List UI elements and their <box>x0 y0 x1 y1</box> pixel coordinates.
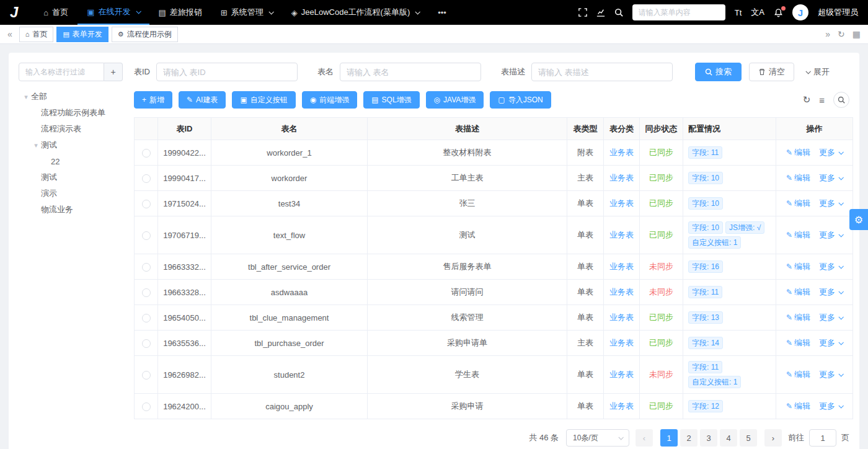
edit-button[interactable]: ✎编辑 <box>786 229 810 241</box>
category-link[interactable]: 业务表 <box>609 262 634 271</box>
search-icon[interactable] <box>614 8 623 17</box>
tree-node-5[interactable]: 测试 <box>19 169 123 185</box>
tree-node-3[interactable]: ▾测试 <box>19 137 123 153</box>
page-button-1[interactable]: 1 <box>660 429 678 447</box>
toolbar-button-2[interactable]: ▣自定义按钮 <box>232 91 295 109</box>
config-badge[interactable]: 字段: 12 <box>688 400 723 412</box>
edit-button[interactable]: ✎编辑 <box>786 312 810 323</box>
toolbar-button-5[interactable]: ◎JAVA增强 <box>426 91 484 109</box>
edit-button[interactable]: ✎编辑 <box>786 198 810 209</box>
nav-item-3[interactable]: ⊞系统管理 <box>211 0 282 25</box>
config-badge[interactable]: 字段: 11 <box>688 361 722 373</box>
row-radio[interactable] <box>142 314 151 322</box>
toolbar-button-4[interactable]: ▤SQL增强 <box>363 91 419 109</box>
config-badge[interactable]: 自定义按钮: 1 <box>688 376 741 388</box>
edit-button[interactable]: ✎编辑 <box>786 369 810 380</box>
next-page-button[interactable]: › <box>764 429 782 447</box>
tab-流程使用示例[interactable]: ⚙流程使用示例 <box>112 27 178 42</box>
config-badge[interactable]: 字段: 10 <box>688 197 723 210</box>
table-desc-input[interactable] <box>531 63 673 81</box>
tree-node-6[interactable]: 演示 <box>19 185 123 202</box>
category-link[interactable]: 业务表 <box>609 148 634 157</box>
config-badge[interactable]: 字段: 10 <box>688 172 723 184</box>
nav-item-1[interactable]: ▣在线开发 <box>78 0 149 25</box>
tree-expand-icon[interactable]: ▾ <box>31 141 41 149</box>
config-badge[interactable]: 字段: 11 <box>688 286 722 298</box>
edit-button[interactable]: ✎编辑 <box>786 261 810 272</box>
fullscreen-icon[interactable] <box>578 8 587 17</box>
toolbar-button-1[interactable]: ✎AI建表 <box>179 91 226 109</box>
search-button[interactable]: 搜索 <box>695 63 742 81</box>
config-badge[interactable]: 字段: 10 <box>688 221 723 234</box>
row-radio[interactable] <box>142 263 151 272</box>
category-link[interactable]: 业务表 <box>609 338 634 347</box>
more-button[interactable]: 更多 <box>819 147 843 158</box>
table-id-input[interactable] <box>156 63 298 81</box>
more-button[interactable]: 更多 <box>819 287 843 298</box>
row-radio[interactable] <box>142 371 151 380</box>
tree-node-2[interactable]: 流程演示表 <box>19 121 123 137</box>
table-name-input[interactable] <box>340 63 481 81</box>
more-button[interactable]: 更多 <box>819 312 843 323</box>
tree-node-4[interactable]: 22 <box>19 153 123 169</box>
nav-item-0[interactable]: ⌂首页 <box>34 0 78 25</box>
nav-item-4[interactable]: ◈JeeLowCode工作流程(菜单版) <box>282 0 429 25</box>
tab-表单开发[interactable]: ▤表单开发 <box>56 27 108 42</box>
config-badge[interactable]: 字段: 14 <box>688 337 723 349</box>
page-button-2[interactable]: 2 <box>680 429 698 447</box>
category-link[interactable]: 业务表 <box>609 287 634 296</box>
nav-item-5[interactable]: ••• <box>428 0 456 25</box>
column-settings-icon[interactable]: ≡ <box>819 95 825 105</box>
tabs-scroll-left-icon[interactable]: « <box>4 29 16 39</box>
font-size-icon[interactable]: Tt <box>735 8 742 17</box>
tab-layout-icon[interactable]: ▦ <box>849 29 864 39</box>
tree-node-7[interactable]: 物流业务 <box>19 202 123 218</box>
category-link[interactable]: 业务表 <box>609 401 634 411</box>
row-radio[interactable] <box>142 339 151 348</box>
bell-icon[interactable] <box>774 8 783 17</box>
tree-expand-icon[interactable]: ▾ <box>21 93 31 101</box>
page-button-5[interactable]: 5 <box>740 429 757 447</box>
tree-filter-input[interactable] <box>19 63 104 81</box>
config-badge[interactable]: 字段: 16 <box>688 260 723 273</box>
page-button-3[interactable]: 3 <box>700 429 717 447</box>
edit-button[interactable]: ✎编辑 <box>786 147 810 158</box>
tabs-scroll-right-icon[interactable]: » <box>822 29 834 39</box>
more-button[interactable]: 更多 <box>819 369 843 380</box>
category-link[interactable]: 业务表 <box>609 173 634 182</box>
goto-page-input[interactable] <box>809 429 836 447</box>
tab-首页[interactable]: ⌂首页 <box>19 27 54 42</box>
tab-refresh-icon[interactable]: ↻ <box>834 29 849 39</box>
category-link[interactable]: 业务表 <box>609 313 634 322</box>
more-button[interactable]: 更多 <box>819 337 843 349</box>
settings-gear-button[interactable]: ⚙ <box>849 209 868 230</box>
edit-button[interactable]: ✎编辑 <box>786 172 810 184</box>
row-radio[interactable] <box>142 200 151 208</box>
username[interactable]: 超级管理员 <box>818 7 858 18</box>
chart-icon[interactable] <box>596 8 605 17</box>
toolbar-button-3[interactable]: ◉前端增强 <box>302 91 357 109</box>
add-category-button[interactable]: + <box>104 63 123 81</box>
user-avatar[interactable]: J <box>792 4 808 20</box>
category-link[interactable]: 业务表 <box>609 230 634 239</box>
menu-search-input[interactable] <box>632 4 725 20</box>
edit-button[interactable]: ✎编辑 <box>786 337 810 349</box>
search-toggle-icon[interactable] <box>833 92 849 108</box>
category-link[interactable]: 业务表 <box>609 370 634 379</box>
more-button[interactable]: 更多 <box>819 229 843 241</box>
expand-toggle[interactable]: 展开 <box>804 66 830 78</box>
config-badge[interactable]: 自定义按钮: 1 <box>688 236 741 249</box>
edit-button[interactable]: ✎编辑 <box>786 401 810 412</box>
more-button[interactable]: 更多 <box>819 172 843 184</box>
translate-icon[interactable]: 文A <box>751 7 764 18</box>
tree-node-0[interactable]: ▾全部 <box>19 89 123 105</box>
row-radio[interactable] <box>142 402 151 411</box>
row-radio[interactable] <box>142 288 151 297</box>
page-size-select[interactable]: 10条/页 <box>566 429 629 447</box>
config-badge[interactable]: 字段: 11 <box>688 146 722 159</box>
toolbar-button-6[interactable]: ▢导入JSON <box>490 91 551 109</box>
page-button-4[interactable]: 4 <box>720 429 737 447</box>
row-radio[interactable] <box>142 231 151 240</box>
clear-button[interactable]: 清空 <box>749 63 794 81</box>
prev-page-button[interactable]: ‹ <box>636 429 653 447</box>
